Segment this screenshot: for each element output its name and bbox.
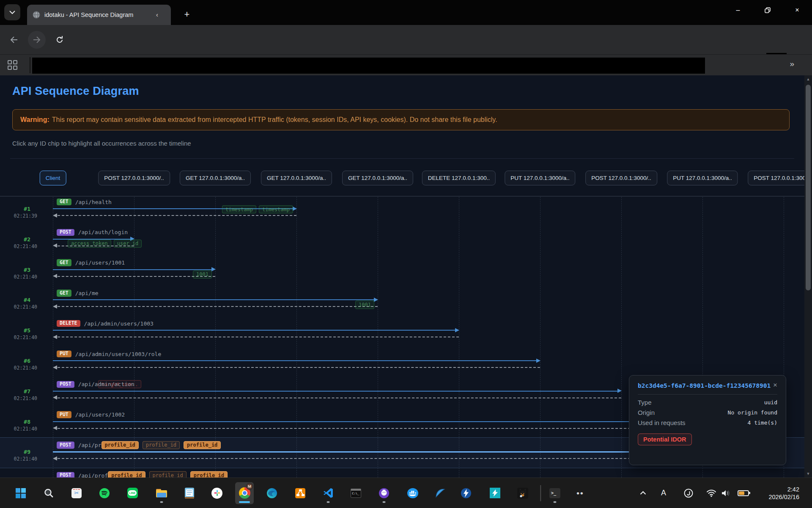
request-row-header: DELETE/api/admin/users/1003 [57, 319, 154, 328]
request-arrow [53, 451, 702, 453]
popup-uuid[interactable]: b2c3d4e5-f6a7-8901-bcde-f12345678901 [638, 382, 777, 389]
request-arrowhead [374, 298, 378, 302]
taskbar-power-automate-icon[interactable] [457, 482, 475, 504]
lifeline [459, 197, 459, 478]
taskbar-chrome-icon[interactable]: M [235, 482, 254, 504]
request-time: 02:21:40 [0, 274, 37, 280]
response-arrowhead [53, 456, 57, 461]
scroll-down-icon[interactable]: ▼ [804, 470, 812, 478]
id-chip[interactable]: 1001 [193, 271, 212, 279]
taskbar-drawio-icon[interactable] [291, 482, 310, 504]
id-chip[interactable]: profile_id [190, 471, 228, 478]
profile-badge: M [246, 483, 253, 490]
id-chip[interactable]: access_token [68, 240, 111, 248]
taskbar-command-prompt-icon[interactable]: C:\_ [346, 482, 365, 504]
bookmarks-overflow-button[interactable]: » [790, 59, 794, 69]
actor-chip-3: GET 127.0.0.1:3000/a.. [261, 171, 332, 185]
taskbar-start-icon[interactable] [11, 482, 30, 504]
request-number: #3 [0, 267, 30, 273]
request-path: /api/users/1002 [75, 411, 125, 418]
request-row-header: GET/api/users/1001 [57, 259, 125, 267]
window-minimize-button[interactable]: – [723, 0, 753, 20]
method-badge: POST [57, 381, 74, 388]
restore-icon [765, 7, 771, 13]
tray-volume-icon[interactable] [718, 482, 733, 504]
page-scrollbar[interactable]: ▲ ▼ [804, 75, 812, 478]
back-button[interactable] [5, 31, 23, 49]
request-path: /api/admin/action [78, 381, 134, 387]
arrow-end-chips: 1001 [193, 271, 212, 279]
id-chip[interactable]: profile_id [108, 471, 145, 478]
taskbar-notepad-icon[interactable] [180, 482, 199, 504]
id-chip[interactable]: user_id [114, 240, 142, 248]
back-arrow-icon [10, 36, 18, 44]
taskbar-wireshark-icon[interactable] [431, 482, 450, 504]
taskbar-dog-mascot-icon[interactable] [513, 482, 532, 504]
request-path: /api/admin/users/1003/role [75, 351, 162, 357]
request-arrowhead [536, 359, 540, 363]
running-indicator [327, 501, 330, 503]
method-badge: POST [57, 472, 74, 478]
divider [10, 158, 794, 159]
request-row-header: GET/api/health [57, 198, 112, 206]
tray-wifi-icon[interactable] [704, 482, 719, 504]
scroll-up-icon[interactable]: ▲ [804, 75, 812, 83]
taskbar-search-icon[interactable] [39, 482, 58, 504]
taskbar-edge-icon[interactable] [263, 482, 281, 504]
tray-battery-icon[interactable] [735, 482, 751, 504]
request-arrow [53, 269, 214, 270]
below-arrow-chips: access_tokenuser_id [68, 240, 142, 248]
popup-field-used: Used in requests 4 time(s) [638, 419, 777, 426]
taskbar-github-icon[interactable] [375, 482, 393, 504]
taskbar-slack-icon[interactable] [208, 482, 226, 504]
id-chip[interactable]: profile_id [102, 441, 139, 449]
browser-toolbar: i File [0, 25, 812, 54]
actor-chip-9: POST 127.0.0.1:3000/.. [748, 171, 804, 185]
method-badge: POST [57, 442, 74, 449]
response-arrowhead [53, 395, 57, 400]
id-chip[interactable]: timestamp [222, 205, 256, 213]
actor-chip-4: GET 127.0.0.1:3000/a.. [342, 171, 413, 185]
id-chip[interactable]: timestamp [259, 205, 293, 213]
taskbar-docker-icon[interactable] [403, 482, 422, 504]
forward-button[interactable] [28, 31, 46, 49]
window-restore-button[interactable] [753, 0, 782, 20]
popup-close-icon[interactable]: × [771, 381, 780, 390]
apps-grid-icon[interactable] [8, 60, 18, 70]
taskbar-clock[interactable]: 2:42 2026/02/16 [768, 486, 799, 501]
id-chip[interactable]: 1001 [355, 301, 374, 309]
id-detail-popup: b2c3d4e5-f6a7-8901-bcde-f12345678901 × T… [629, 375, 786, 465]
taskbar-spotify-icon[interactable] [95, 482, 114, 504]
id-chip[interactable]: profile_id [149, 471, 187, 478]
request-row-header: POST/api/profiles/updateprofile_idprofil… [57, 471, 228, 478]
potential-idor-badge[interactable]: Potential IDOR [638, 433, 692, 445]
taskbar-vscode-icon[interactable] [319, 482, 337, 504]
request-number: #2 [0, 236, 30, 243]
clock-time: 2:42 [768, 486, 799, 493]
tray-ime-a-icon[interactable]: A [656, 482, 671, 504]
taskbar-windows-terminal-icon[interactable]: >_ [546, 482, 564, 504]
tray-clock-app-icon[interactable] [681, 482, 696, 504]
window-close-button[interactable]: × [782, 0, 812, 20]
scrollbar-thumb[interactable] [806, 85, 811, 290]
reload-button[interactable] [51, 31, 69, 49]
request-arrow [53, 299, 377, 300]
arrow-end-chips: 1001 [355, 301, 374, 309]
id-chip[interactable]: profile_id [184, 441, 221, 449]
id-chip[interactable]: profile_id [143, 441, 180, 449]
new-tab-button[interactable]: + [179, 7, 195, 22]
tab-search-button[interactable] [4, 4, 20, 20]
taskbar-line-icon[interactable]: LINE [123, 482, 142, 504]
taskbar-file-explorer-icon[interactable] [152, 482, 171, 504]
method-badge: POST [57, 229, 74, 236]
browser-tab[interactable]: idotaku - API Sequence Diagram × [27, 5, 171, 25]
response-arrowhead [53, 213, 57, 218]
actor-chip-2: GET 127.0.0.1:3000/a.. [180, 171, 251, 185]
taskbar-overflow-dots-icon[interactable]: •• [571, 482, 590, 504]
taskbar-snipping-tool-icon[interactable]: ✂ [67, 482, 86, 504]
request-arrow [53, 360, 539, 361]
taskbar-thunder-client-icon[interactable] [486, 482, 504, 504]
tray-chevron-up-icon[interactable] [635, 482, 650, 504]
warning-banner: Warning:This report may contain sensitiv… [12, 109, 790, 130]
response-arrow [58, 215, 296, 216]
